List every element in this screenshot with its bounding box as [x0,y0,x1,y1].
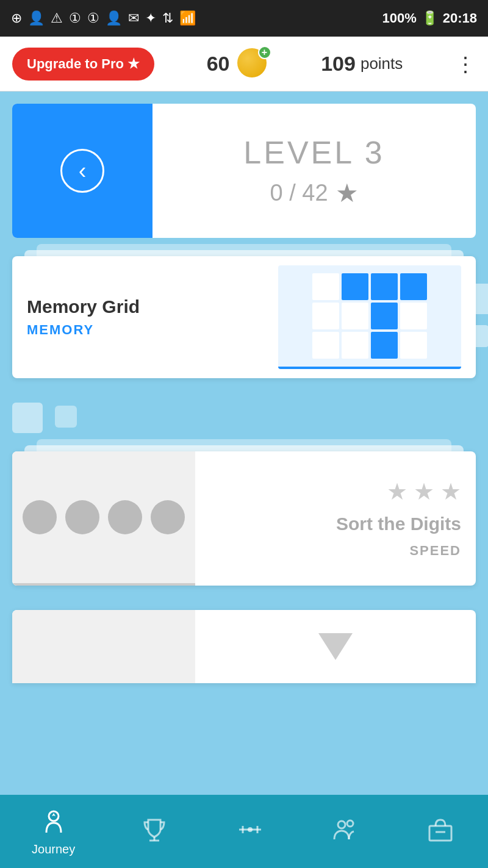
upgrade-button[interactable]: Upgrade to Pro ★ [12,48,154,81]
svg-point-8 [248,827,253,832]
cell-0-2 [371,273,398,300]
clock: 20:18 [443,10,477,26]
star-1: ★ [387,478,407,505]
sim2-icon: ① [87,10,99,26]
shop-svg [427,816,454,843]
points-section: 109 points [321,52,403,76]
dot-3 [108,500,142,534]
dot-1 [23,500,57,534]
svg-point-0 [49,811,59,821]
cell-1-1 [342,303,368,329]
float-sq-1 [467,284,488,314]
memory-grid-section: Memory Grid MEMORY [12,256,476,378]
nav-item-shop[interactable] [425,814,456,849]
more-options-icon[interactable]: ⋮ [455,52,476,76]
level-star-icon: ★ [336,178,359,208]
spacer-float [12,403,476,439]
signal-icon: 📶 [179,10,196,26]
cell-2-1 [342,332,368,359]
dots-row [23,500,185,534]
float-sq-2 [467,325,488,347]
sync-icon: ⇅ [162,10,173,26]
level-title: LEVEL 3 [243,134,384,171]
status-bar: ⊕ 👤 ⚠ ① ① 👤 ✉ ✦ ⇅ 📶 100% 🔋 20:18 [0,0,488,37]
cell-0-1 [342,273,368,300]
third-card-right [195,610,476,683]
cell-0-0 [312,273,339,300]
nav-item-social[interactable] [329,814,361,849]
email-icon: ✉ [128,10,139,26]
level-card-left: ‹ [12,104,152,238]
cell-2-0 [312,332,339,359]
trophy-svg [141,816,168,843]
app-bar: Upgrade to Pro ★ 60 + 109 points ⋮ [0,37,488,91]
shop-icon [425,814,456,845]
nav-item-trophy[interactable] [138,814,170,849]
level-card-right: LEVEL 3 0 / 42 ★ [152,104,476,238]
sort-digits-info: ★ ★ ★ Sort the Digits SPEED [195,451,476,586]
back-button[interactable]: ‹ [60,149,104,193]
coin-icon: + [237,48,269,80]
cell-2-2 [371,332,398,359]
sim-icon: ① [69,10,81,26]
progress-text: 0 / 42 [270,180,328,206]
memory-grid-title: Memory Grid [27,296,266,317]
stars-row: ★ ★ ★ [387,478,461,505]
third-card-left [12,610,195,683]
svg-point-10 [347,820,353,827]
sort-digits-preview [12,451,195,586]
main-content: ‹ LEVEL 3 0 / 42 ★ Memory Grid MEMORY [0,91,488,868]
journey-label: Journey [32,842,75,856]
memory-grid-card[interactable]: Memory Grid MEMORY [12,256,476,378]
status-icons: ⊕ 👤 ⚠ ① ① 👤 ✉ ✦ ⇅ 📶 [11,10,196,26]
warning-icon: ⚠ [51,10,63,26]
workout-icon [234,814,266,845]
level-progress: 0 / 42 ★ [270,178,358,208]
cell-0-3 [400,273,427,300]
cell-2-3 [400,332,427,359]
points-count: 109 [321,52,356,76]
bottom-nav: Journey [0,795,488,868]
nav-item-journey[interactable]: Journey [32,807,75,856]
third-card-section [12,610,476,683]
back-arrow-icon: ‹ [79,159,87,182]
sort-digits-section: ★ ★ ★ Sort the Digits SPEED [12,451,476,586]
trophy-icon [138,814,170,845]
dot-2 [65,500,99,534]
bluetooth-icon: ✦ [145,10,156,26]
sort-digits-card[interactable]: ★ ★ ★ Sort the Digits SPEED [12,451,476,586]
workout-svg [237,816,264,843]
battery-icon: 🔋 [422,10,438,26]
level-card: ‹ LEVEL 3 0 / 42 ★ [12,104,476,238]
person-icon: 👤 [28,10,45,26]
bottom-spacer [12,683,476,762]
cell-1-2 [371,303,398,329]
profile2-icon: 👤 [106,10,122,26]
star-2: ★ [414,478,434,505]
social-icon [329,814,361,845]
cell-1-0 [312,303,339,329]
status-right: 100% 🔋 20:18 [382,10,477,26]
journey-svg [40,809,67,836]
float-sq-bottom-1 [12,403,43,433]
svg-point-9 [338,821,345,828]
float-squares-right [467,284,488,347]
memory-grid-preview [278,265,461,369]
coin-count: 60 [207,52,230,76]
grid-container [312,273,427,359]
sort-digits-title: Sort the Digits [336,514,461,534]
add-icon: ⊕ [11,10,22,26]
svg-rect-11 [429,826,451,841]
battery-percent: 100% [382,10,416,26]
star-3: ★ [440,478,461,505]
journey-icon [38,807,70,839]
social-svg [332,816,359,843]
coin-section: 60 + [207,48,269,80]
play-icon [318,633,353,660]
nav-item-workout[interactable] [234,814,266,849]
float-sq-bottom-2 [55,406,77,428]
memory-grid-info: Memory Grid MEMORY [27,296,278,338]
dot-4 [151,500,185,534]
sort-digits-category: SPEED [409,543,461,559]
third-card [12,610,476,683]
